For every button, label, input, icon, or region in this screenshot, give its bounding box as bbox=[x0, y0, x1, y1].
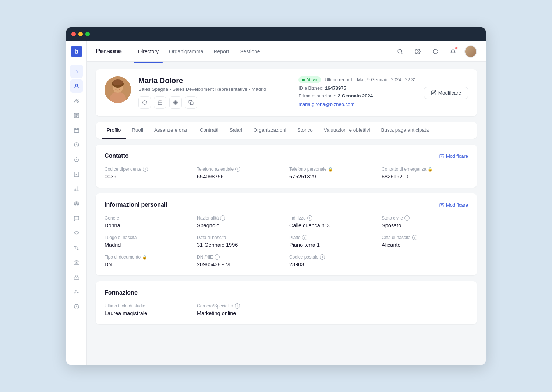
tab-gestione[interactable]: Gestione bbox=[235, 46, 264, 57]
tab-organigramma[interactable]: Organigramma bbox=[164, 46, 208, 57]
field-nazionalita: Nazionalità i Spagnolo bbox=[197, 215, 283, 228]
tipo-documento-lock-icon: 🔒 bbox=[142, 255, 147, 260]
sidebar-item-target[interactable] bbox=[70, 197, 83, 210]
tel-personale-value: 676251829 bbox=[289, 174, 376, 179]
id-value: 16473975 bbox=[325, 85, 346, 91]
sidebar-item-reports[interactable] bbox=[70, 109, 83, 122]
contact-modify-btn[interactable]: Modificare bbox=[439, 153, 468, 159]
tab-salari[interactable]: Salari bbox=[224, 122, 248, 139]
svg-point-19 bbox=[417, 51, 418, 52]
search-button[interactable] bbox=[394, 45, 406, 58]
tab-valutazioni[interactable]: Valutazioni e obiettivi bbox=[319, 122, 375, 139]
hired-label: Prima assunzione: bbox=[298, 93, 336, 99]
field-indirizzo: Indirizzo i Calle cuenca n°3 bbox=[289, 215, 376, 228]
contact-title: Contatto bbox=[105, 153, 129, 159]
titolo-label: Ultimo titolo di studio bbox=[105, 303, 191, 309]
field-stato-civile: Stato civile i Sposato bbox=[382, 215, 468, 228]
sidebar-item-chart[interactable] bbox=[70, 182, 83, 196]
profile-avatar bbox=[105, 76, 131, 103]
sidebar-item-user-plus[interactable] bbox=[70, 285, 83, 299]
profile-action-refresh[interactable] bbox=[138, 96, 151, 109]
profile-action-calendar[interactable] bbox=[154, 96, 166, 109]
education-card: Formazione Ultimo titolo di studio Laure… bbox=[96, 281, 477, 324]
svg-point-31 bbox=[175, 102, 176, 103]
piatto-info-icon[interactable]: i bbox=[302, 235, 307, 240]
sidebar-item-camera[interactable] bbox=[70, 256, 83, 269]
field-carriera: Carriera/Specialità i Marketing online bbox=[197, 303, 283, 316]
sidebar-item-timer[interactable] bbox=[70, 153, 83, 166]
sidebar-item-tasks[interactable] bbox=[70, 168, 83, 181]
indirizzo-info-icon[interactable]: i bbox=[307, 215, 312, 221]
personal-modify-label: Modificare bbox=[446, 202, 468, 208]
data-nascita-value: 31 Gennaio 1996 bbox=[197, 242, 283, 248]
tab-directory[interactable]: Directory bbox=[134, 46, 163, 57]
tab-assenze[interactable]: Assenze e orari bbox=[149, 122, 194, 139]
svg-point-10 bbox=[76, 203, 77, 204]
personal-modify-btn[interactable]: Modificare bbox=[439, 202, 468, 208]
svg-point-15 bbox=[75, 290, 77, 292]
status-badge: Attivo bbox=[298, 76, 321, 83]
profile-action-copy[interactable] bbox=[185, 96, 197, 109]
tab-profilo[interactable]: Profilo bbox=[102, 122, 126, 139]
education-title: Formazione bbox=[105, 289, 138, 296]
tab-ruoli[interactable]: Ruoli bbox=[127, 122, 148, 139]
user-avatar[interactable] bbox=[464, 45, 477, 58]
dni-nie-value: 20985438 - M bbox=[197, 261, 283, 267]
personal-fields-row3: Tipo di documento 🔒 DNI DNI/NIE i 209854… bbox=[105, 254, 468, 267]
tel-personale-lock-icon: 🔒 bbox=[328, 167, 333, 172]
field-citta-nascita: Città di nascita i Alicante bbox=[382, 235, 468, 248]
sidebar-item-history[interactable] bbox=[70, 300, 83, 313]
profile-action-target[interactable] bbox=[169, 96, 182, 109]
sidebar-item-people[interactable] bbox=[70, 94, 83, 107]
maximize-btn[interactable] bbox=[85, 32, 90, 36]
codice-info-icon[interactable]: i bbox=[143, 167, 148, 172]
carriera-value: Marketing online bbox=[197, 310, 283, 316]
tab-storico[interactable]: Storico bbox=[292, 122, 318, 139]
svg-rect-4 bbox=[74, 128, 79, 133]
citta-nascita-info-icon[interactable]: i bbox=[412, 235, 417, 240]
field-luogo-nascita: Luogo di nascita Madrid bbox=[105, 235, 191, 248]
sidebar-item-clock[interactable] bbox=[70, 138, 83, 152]
dni-nie-info-icon[interactable]: i bbox=[215, 254, 220, 260]
close-btn[interactable] bbox=[71, 32, 76, 36]
tab-report[interactable]: Report bbox=[209, 46, 233, 57]
codice-postale-value: 28903 bbox=[289, 261, 376, 267]
dni-nie-label: DNI/NIE i bbox=[197, 254, 283, 260]
stato-civile-info-icon[interactable]: i bbox=[404, 215, 410, 221]
profile-modify-button[interactable]: Modificare bbox=[424, 87, 468, 99]
svg-point-1 bbox=[75, 99, 77, 100]
personal-card-header: Informazioni personali Modificare bbox=[105, 202, 468, 208]
settings-button[interactable] bbox=[411, 45, 424, 58]
profile-email[interactable]: maria.girona@bizneo.com bbox=[298, 101, 354, 107]
sidebar-item-transfer[interactable] bbox=[70, 241, 83, 254]
svg-line-18 bbox=[401, 53, 402, 54]
tel-aziendale-info-icon[interactable]: i bbox=[235, 167, 240, 172]
codice-postale-label: Codice postale i bbox=[289, 254, 376, 260]
main-content: Persone Directory Organigramma Report Ge… bbox=[87, 41, 486, 365]
refresh-button[interactable] bbox=[429, 45, 442, 58]
tipo-documento-value: DNI bbox=[105, 261, 191, 267]
field-data-nascita: Data di nascita 31 Gennaio 1996 bbox=[197, 235, 283, 248]
carriera-info-icon[interactable]: i bbox=[235, 303, 240, 309]
minimize-btn[interactable] bbox=[78, 32, 83, 36]
app-logo[interactable]: b bbox=[71, 46, 82, 57]
nazionalita-info-icon[interactable]: i bbox=[220, 215, 225, 221]
sidebar-item-alert[interactable] bbox=[70, 271, 83, 284]
svg-rect-11 bbox=[74, 261, 79, 265]
svg-point-0 bbox=[75, 84, 77, 86]
sidebar-item-education[interactable] bbox=[70, 227, 83, 240]
tab-busta[interactable]: Busta paga anticipata bbox=[376, 122, 434, 139]
sidebar-item-message[interactable] bbox=[70, 212, 83, 225]
tab-contratti[interactable]: Contratti bbox=[195, 122, 224, 139]
notification-button[interactable] bbox=[447, 45, 459, 58]
sidebar-item-home[interactable]: ⌂ bbox=[70, 65, 83, 78]
codice-postale-info-icon[interactable]: i bbox=[320, 254, 325, 260]
sidebar-item-person[interactable] bbox=[70, 79, 83, 93]
tab-organizzazioni[interactable]: Organizzazioni bbox=[248, 122, 291, 139]
field-genere: Genere Donna bbox=[105, 215, 191, 228]
codice-value: 0039 bbox=[105, 174, 191, 179]
sidebar-item-calendar[interactable] bbox=[70, 124, 83, 137]
genere-label: Genere bbox=[105, 215, 191, 221]
hired-value: 2 Gennaio 2024 bbox=[338, 93, 373, 99]
field-telefono-aziendale: Telefono aziendale i 654098756 bbox=[197, 167, 283, 179]
